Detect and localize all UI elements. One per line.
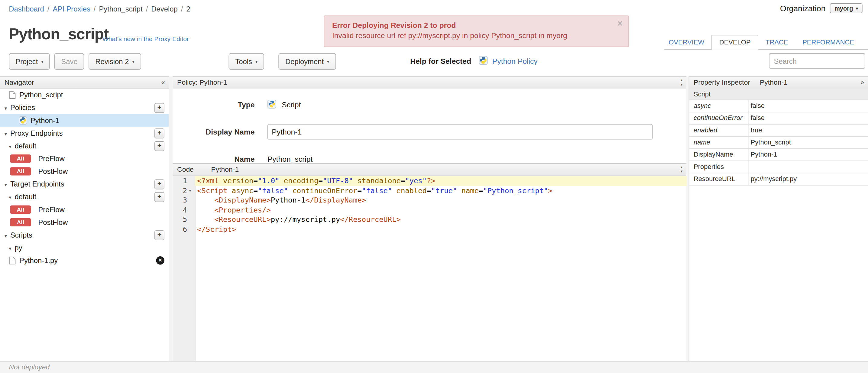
nav-item-python-script[interactable]: Python_script: [0, 89, 169, 101]
code-line-1[interactable]: 1<?xml version="1.0" encoding="UTF-8" st…: [195, 176, 686, 186]
display-name-input[interactable]: [268, 124, 653, 139]
fold-arrow-icon[interactable]: ▾: [189, 186, 192, 195]
python-policy-help-link[interactable]: Python Policy: [492, 57, 538, 65]
add-button[interactable]: +: [154, 230, 164, 240]
nav-item-scripts[interactable]: ▾Scripts+: [0, 228, 169, 241]
nav-item-python-1[interactable]: Python-1: [0, 114, 169, 127]
collapse-triangle-icon[interactable]: ▾: [4, 233, 7, 239]
nav-item-preflow[interactable]: AllPreFlow: [0, 203, 169, 216]
nav-item-default[interactable]: ▾default+: [0, 139, 169, 152]
code-header-label: Code: [177, 166, 194, 174]
collapse-triangle-icon[interactable]: ▾: [4, 131, 7, 136]
tab-performance[interactable]: PERFORMANCE: [795, 35, 861, 49]
code-text: <Properties/>: [195, 206, 271, 214]
tab-develop[interactable]: DEVELOP: [711, 35, 758, 50]
page-title: Python_script: [9, 25, 108, 43]
nav-item-py[interactable]: ▾py: [0, 242, 169, 254]
file-icon: [9, 91, 16, 99]
code-line-4[interactable]: 4 <Properties/>: [195, 205, 686, 215]
navigator-tree: Python_script▾Policies+Python-1▾Proxy En…: [0, 89, 169, 361]
breadcrumb-dashboard[interactable]: Dashboard: [9, 5, 44, 13]
delete-icon[interactable]: ✕: [156, 256, 164, 265]
nav-item-default[interactable]: ▾default+: [0, 190, 169, 203]
collapse-triangle-icon[interactable]: ▾: [9, 144, 11, 149]
chevron-down-icon: ▾: [255, 59, 257, 64]
python-policy-icon: [19, 116, 27, 125]
add-button[interactable]: +: [154, 141, 164, 151]
navigator-title: Navigator: [4, 79, 34, 87]
collapse-triangle-icon[interactable]: ▾: [4, 106, 7, 111]
display-name-row: Display Name: [173, 123, 686, 140]
code-text: <Script async="false" continueOnError="f…: [195, 186, 553, 194]
nav-item-proxy-endpoints[interactable]: ▾Proxy Endpoints+: [0, 127, 169, 139]
vertical-splitter[interactable]: [686, 76, 688, 361]
tabstrip: OVERVIEW DEVELOP TRACE PERFORMANCE: [664, 35, 868, 50]
code-line-5[interactable]: 5 <ResourceURL>py://myscript.py</Resourc…: [195, 215, 686, 225]
tab-trace[interactable]: TRACE: [758, 35, 795, 49]
revision-button[interactable]: Revision 2▾: [89, 53, 141, 70]
property-row-enabled[interactable]: enabledtrue: [689, 125, 868, 136]
collapse-triangle-icon[interactable]: ▾: [9, 195, 11, 200]
property-name: Properties: [689, 161, 748, 173]
python-policy-icon: [268, 99, 276, 110]
nav-item-label: default: [15, 192, 37, 201]
property-row-properties[interactable]: Properties: [689, 161, 868, 173]
policy-panel-title: Policy: Python-1: [177, 79, 227, 87]
nav-item-postflow[interactable]: AllPostFlow: [0, 216, 169, 228]
status-bar: Not deployed: [0, 361, 868, 373]
close-icon[interactable]: ×: [617, 19, 623, 28]
code-editor[interactable]: 1<?xml version="1.0" encoding="UTF-8" st…: [173, 176, 686, 361]
property-name: async: [689, 100, 748, 112]
line-number: 3: [173, 195, 187, 205]
add-button[interactable]: +: [154, 179, 164, 189]
expand-right-icon[interactable]: »: [861, 77, 864, 89]
add-button[interactable]: +: [154, 192, 164, 202]
project-button[interactable]: Project▾: [9, 53, 50, 70]
nav-item-python-1-py[interactable]: Python-1.py✕: [0, 254, 169, 267]
nav-item-preflow[interactable]: AllPreFlow: [0, 152, 169, 165]
property-inspector-subtitle: Python-1: [760, 79, 787, 87]
collapse-triangle-icon[interactable]: ▾: [4, 182, 7, 188]
search-input[interactable]: [769, 53, 865, 69]
property-value: [748, 161, 868, 173]
add-button[interactable]: +: [154, 103, 164, 113]
property-row-displayname[interactable]: DisplayNamePython-1: [689, 149, 868, 161]
nav-item-policies[interactable]: ▾Policies+: [0, 101, 169, 114]
property-row-async[interactable]: asyncfalse: [689, 100, 868, 113]
property-name: continueOnError: [689, 113, 748, 124]
collapse-triangle-icon[interactable]: ▾: [9, 246, 11, 251]
nav-item-postflow[interactable]: AllPostFlow: [0, 165, 169, 178]
code-text: </Script>: [195, 225, 236, 234]
property-table: Script asyncfalsecontinueOnErrorfalseena…: [689, 89, 868, 186]
add-button[interactable]: +: [154, 128, 164, 138]
vertical-splitter[interactable]: [169, 76, 173, 361]
breadcrumb-separator: /: [94, 5, 96, 13]
breadcrumb-proxy-name: Python_script: [99, 5, 142, 13]
breadcrumb-separator: /: [181, 5, 183, 13]
organization-label: Organization: [780, 4, 826, 13]
nav-item-label: Policies: [10, 104, 35, 112]
collapse-vertical-icon[interactable]: ▴▾: [681, 78, 682, 87]
breadcrumb-api-proxies[interactable]: API Proxies: [53, 5, 90, 13]
save-button[interactable]: Save: [54, 53, 84, 70]
line-number: 6: [173, 225, 187, 234]
code-line-3[interactable]: 3 <DisplayName>Python-1</DisplayName>: [195, 195, 686, 205]
nav-item-label: Proxy Endpoints: [10, 129, 63, 137]
property-row-name[interactable]: namePython_script: [689, 136, 868, 149]
tools-button[interactable]: Tools▾: [228, 53, 264, 70]
tab-overview[interactable]: OVERVIEW: [661, 35, 711, 49]
collapse-vertical-icon[interactable]: ▴▾: [681, 165, 682, 174]
property-row-continueonerror[interactable]: continueOnErrorfalse: [689, 113, 868, 125]
code-line-2[interactable]: 2▾<Script async="false" continueOnError=…: [195, 186, 686, 195]
property-row-resourceurl[interactable]: ResourceURLpy://myscript.py: [689, 173, 868, 185]
deployment-button[interactable]: Deployment▾: [279, 53, 336, 70]
organization-select[interactable]: myorg ▾: [830, 3, 862, 13]
name-value: Python_script: [268, 155, 313, 163]
nav-item-target-endpoints[interactable]: ▾Target Endpoints+: [0, 178, 169, 190]
breadcrumb-separator: /: [146, 5, 148, 13]
nav-item-label: Python_script: [19, 91, 63, 99]
code-line-6[interactable]: 6</Script>: [195, 225, 686, 234]
collapse-left-icon[interactable]: «: [161, 77, 165, 89]
code-lines[interactable]: 1<?xml version="1.0" encoding="UTF-8" st…: [195, 176, 686, 234]
whats-new-link[interactable]: What's new in the Proxy Editor: [102, 35, 189, 42]
